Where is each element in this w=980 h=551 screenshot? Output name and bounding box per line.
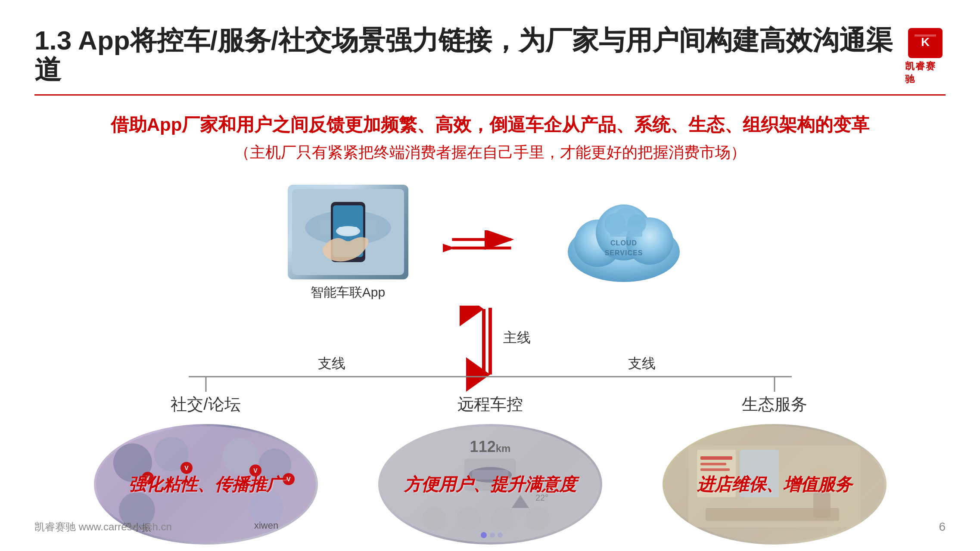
svg-rect-70 (706, 508, 839, 521)
diagram-area: 智能车联App (34, 185, 946, 545)
item-title-car: 远程车控 (457, 393, 523, 415)
logo-box: K 凯睿赛驰 (905, 28, 946, 86)
item-title-eco: 生态服务 (742, 393, 807, 415)
cloud-shape: CLOUD SERVICES (555, 196, 693, 291)
double-arrow (443, 230, 520, 256)
svg-text:K: K (921, 35, 930, 49)
arrow-svg (443, 230, 520, 256)
subtitle-sub: （主机厂只有紧紧把终端消费者握在自己手里，才能更好的把握消费市场） (34, 142, 946, 163)
footer-right: 6 (939, 520, 946, 534)
svg-text:V: V (286, 476, 291, 483)
svg-text:SERVICES: SERVICES (604, 249, 643, 257)
connector-svg: 主线 支线 支线 (81, 306, 899, 392)
oval-text-social: 强化粘性、传播推广 (128, 473, 283, 496)
svg-text:支线: 支线 (628, 356, 656, 371)
top-row: 智能车联App (288, 185, 693, 301)
oval-text-car: 方便用户、提升满意度 (404, 473, 576, 496)
svg-rect-71 (700, 456, 732, 460)
logo-icon: K (908, 28, 943, 58)
svg-text:V: V (184, 464, 189, 471)
phone-svg (292, 189, 404, 275)
cloud-section: CLOUD SERVICES (555, 196, 693, 291)
footer: 凯睿赛驰 www.carresearch.cn 6 (34, 520, 946, 534)
phone-section: 智能车联App (288, 185, 408, 301)
svg-rect-20 (610, 226, 642, 237)
footer-left: 凯睿赛驰 www.carresearch.cn (34, 520, 172, 534)
subtitle-section: 借助App厂家和用户之间反馈更加频繁、高效，倒逼车企从产品、系统、生态、组织架构… (34, 113, 946, 163)
cloud-svg: CLOUD SERVICES (555, 196, 693, 291)
item-title-social: 社交/论坛 (171, 393, 241, 415)
diagram-wrapper: 主线 支线 支线 社交/论坛 (81, 306, 899, 545)
header: 1.3 App将控车/服务/社交场景强力链接，为厂家与用户间构建高效沟通渠道 K… (34, 26, 946, 96)
svg-text:支线: 支线 (318, 356, 345, 371)
svg-text:主线: 主线 (503, 330, 531, 345)
page-title: 1.3 App将控车/服务/社交场景强力链接，为厂家与用户间构建高效沟通渠道 (34, 26, 905, 84)
phone-image (288, 185, 408, 279)
svg-rect-73 (700, 468, 730, 471)
svg-text:CLOUD: CLOUD (610, 239, 637, 247)
oval-text-eco: 进店维保、增值服务 (697, 473, 852, 496)
logo-text: 凯睿赛驰 (905, 60, 946, 86)
svg-rect-8 (339, 227, 358, 235)
subtitle-main: 借助App厂家和用户之间反馈更加频繁、高效，倒逼车企从产品、系统、生态、组织架构… (34, 113, 946, 137)
phone-label: 智能车联App (311, 284, 385, 301)
svg-rect-72 (700, 463, 726, 465)
